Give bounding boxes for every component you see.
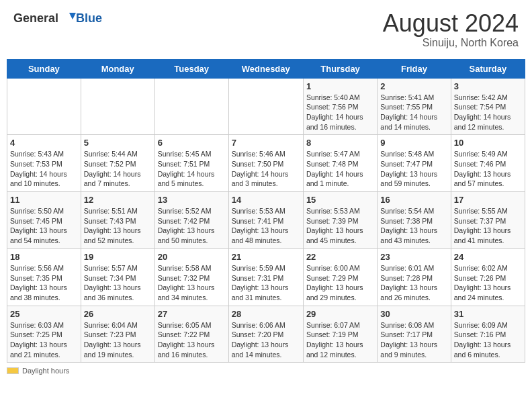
day-info: Sunrise: 6:03 AM Sunset: 7:25 PM Dayligh…	[10, 320, 78, 360]
day-info: Sunrise: 5:53 AM Sunset: 7:39 PM Dayligh…	[306, 206, 374, 246]
day-info: Sunrise: 5:52 AM Sunset: 7:42 PM Dayligh…	[158, 206, 226, 246]
day-info: Sunrise: 5:42 AM Sunset: 7:54 PM Dayligh…	[454, 93, 522, 132]
daylight-bar-icon	[7, 367, 19, 374]
calendar-week-row: 1Sunrise: 5:40 AM Sunset: 7:56 PM Daylig…	[7, 78, 525, 135]
calendar-body: 1Sunrise: 5:40 AM Sunset: 7:56 PM Daylig…	[7, 78, 525, 363]
day-info: Sunrise: 5:41 AM Sunset: 7:55 PM Dayligh…	[380, 93, 447, 132]
days-of-week-row: SundayMondayTuesdayWednesdayThursdayFrid…	[7, 59, 525, 78]
calendar-week-row: 25Sunrise: 6:03 AM Sunset: 7:25 PM Dayli…	[7, 306, 525, 363]
calendar-cell: 16Sunrise: 5:54 AM Sunset: 7:38 PM Dayli…	[378, 192, 451, 249]
day-info: Sunrise: 5:59 AM Sunset: 7:31 PM Dayligh…	[232, 263, 300, 303]
day-number: 21	[232, 252, 300, 262]
calendar-cell: 6Sunrise: 5:45 AM Sunset: 7:51 PM Daylig…	[154, 135, 228, 192]
day-number: 10	[454, 138, 522, 148]
day-info: Sunrise: 5:45 AM Sunset: 7:51 PM Dayligh…	[158, 149, 226, 189]
day-info: Sunrise: 5:44 AM Sunset: 7:52 PM Dayligh…	[84, 149, 152, 189]
calendar-week-row: 11Sunrise: 5:50 AM Sunset: 7:45 PM Dayli…	[7, 192, 525, 249]
day-info: Sunrise: 5:56 AM Sunset: 7:35 PM Dayligh…	[10, 263, 78, 303]
day-number: 19	[84, 252, 152, 262]
day-info: Sunrise: 6:08 AM Sunset: 7:17 PM Dayligh…	[380, 320, 447, 360]
calendar-cell: 8Sunrise: 5:47 AM Sunset: 7:48 PM Daylig…	[303, 135, 377, 192]
calendar-cell: 29Sunrise: 6:07 AM Sunset: 7:19 PM Dayli…	[303, 306, 377, 363]
day-number: 23	[380, 252, 447, 262]
day-info: Sunrise: 6:07 AM Sunset: 7:19 PM Dayligh…	[306, 320, 374, 360]
calendar-cell: 25Sunrise: 6:03 AM Sunset: 7:25 PM Dayli…	[7, 306, 81, 363]
calendar-cell: 30Sunrise: 6:08 AM Sunset: 7:17 PM Dayli…	[378, 306, 451, 363]
day-number: 12	[84, 195, 152, 205]
day-number: 22	[306, 252, 374, 262]
logo-general-text: General	[13, 11, 58, 26]
day-info: Sunrise: 6:09 AM Sunset: 7:16 PM Dayligh…	[454, 320, 522, 360]
calendar-cell	[154, 78, 228, 135]
day-number: 9	[380, 138, 447, 148]
day-number: 15	[306, 195, 374, 205]
day-number: 25	[10, 309, 78, 319]
calendar-cell: 18Sunrise: 5:56 AM Sunset: 7:35 PM Dayli…	[7, 248, 81, 306]
day-info: Sunrise: 5:43 AM Sunset: 7:53 PM Dayligh…	[10, 149, 78, 189]
calendar-cell: 20Sunrise: 5:58 AM Sunset: 7:32 PM Dayli…	[154, 248, 228, 306]
calendar-header: SundayMondayTuesdayWednesdayThursdayFrid…	[7, 59, 525, 78]
day-of-week-header: Thursday	[303, 59, 377, 78]
day-of-week-header: Friday	[378, 59, 451, 78]
calendar-cell	[81, 78, 154, 135]
calendar-cell: 5Sunrise: 5:44 AM Sunset: 7:52 PM Daylig…	[81, 135, 154, 192]
logo-icon	[60, 10, 76, 26]
day-number: 11	[10, 195, 78, 205]
day-number: 31	[454, 309, 522, 319]
day-number: 2	[380, 81, 447, 91]
day-info: Sunrise: 5:40 AM Sunset: 7:56 PM Dayligh…	[306, 93, 374, 132]
calendar-cell: 9Sunrise: 5:48 AM Sunset: 7:47 PM Daylig…	[378, 135, 451, 192]
calendar-cell: 19Sunrise: 5:57 AM Sunset: 7:34 PM Dayli…	[81, 248, 154, 306]
day-number: 26	[84, 309, 152, 319]
calendar-cell: 12Sunrise: 5:51 AM Sunset: 7:43 PM Dayli…	[81, 192, 154, 249]
calendar-cell: 28Sunrise: 6:06 AM Sunset: 7:20 PM Dayli…	[228, 306, 303, 363]
calendar-cell: 21Sunrise: 5:59 AM Sunset: 7:31 PM Dayli…	[228, 248, 303, 306]
day-of-week-header: Wednesday	[228, 59, 303, 78]
day-number: 20	[158, 252, 226, 262]
calendar-cell: 7Sunrise: 5:46 AM Sunset: 7:50 PM Daylig…	[228, 135, 303, 192]
calendar-cell: 3Sunrise: 5:42 AM Sunset: 7:54 PM Daylig…	[451, 78, 525, 135]
day-info: Sunrise: 6:06 AM Sunset: 7:20 PM Dayligh…	[232, 320, 300, 360]
day-info: Sunrise: 6:00 AM Sunset: 7:29 PM Dayligh…	[306, 263, 374, 303]
calendar-cell: 14Sunrise: 5:53 AM Sunset: 7:41 PM Dayli…	[228, 192, 303, 249]
calendar-cell	[7, 78, 81, 135]
calendar-week-row: 18Sunrise: 5:56 AM Sunset: 7:35 PM Dayli…	[7, 248, 525, 306]
calendar-cell: 15Sunrise: 5:53 AM Sunset: 7:39 PM Dayli…	[303, 192, 377, 249]
day-info: Sunrise: 6:04 AM Sunset: 7:23 PM Dayligh…	[84, 320, 152, 360]
day-info: Sunrise: 5:51 AM Sunset: 7:43 PM Dayligh…	[84, 206, 152, 246]
calendar-table: SundayMondayTuesdayWednesdayThursdayFrid…	[7, 59, 525, 363]
day-info: Sunrise: 5:48 AM Sunset: 7:47 PM Dayligh…	[380, 149, 447, 189]
day-info: Sunrise: 5:50 AM Sunset: 7:45 PM Dayligh…	[10, 206, 78, 246]
calendar-cell: 23Sunrise: 6:01 AM Sunset: 7:28 PM Dayli…	[378, 248, 451, 306]
day-info: Sunrise: 5:47 AM Sunset: 7:48 PM Dayligh…	[306, 149, 374, 189]
day-number: 13	[158, 195, 226, 205]
calendar-cell: 2Sunrise: 5:41 AM Sunset: 7:55 PM Daylig…	[378, 78, 451, 135]
day-number: 8	[306, 138, 374, 148]
day-number: 14	[232, 195, 300, 205]
calendar-cell	[228, 78, 303, 135]
day-of-week-header: Monday	[81, 59, 154, 78]
calendar-cell: 27Sunrise: 6:05 AM Sunset: 7:22 PM Dayli…	[154, 306, 228, 363]
calendar-cell: 11Sunrise: 5:50 AM Sunset: 7:45 PM Dayli…	[7, 192, 81, 249]
day-info: Sunrise: 6:01 AM Sunset: 7:28 PM Dayligh…	[380, 263, 447, 303]
day-of-week-header: Saturday	[451, 59, 525, 78]
day-number: 17	[454, 195, 522, 205]
day-info: Sunrise: 5:58 AM Sunset: 7:32 PM Dayligh…	[158, 263, 226, 303]
day-info: Sunrise: 5:53 AM Sunset: 7:41 PM Dayligh…	[232, 206, 300, 246]
page-header: General Blue August 2024 Sinuiju, North …	[7, 7, 525, 52]
svg-marker-0	[69, 13, 76, 19]
day-info: Sunrise: 5:57 AM Sunset: 7:34 PM Dayligh…	[84, 263, 152, 303]
calendar-cell: 1Sunrise: 5:40 AM Sunset: 7:56 PM Daylig…	[303, 78, 377, 135]
logo: General Blue	[13, 10, 102, 26]
calendar-cell: 13Sunrise: 5:52 AM Sunset: 7:42 PM Dayli…	[154, 192, 228, 249]
day-number: 6	[158, 138, 226, 148]
day-info: Sunrise: 5:46 AM Sunset: 7:50 PM Dayligh…	[232, 149, 300, 189]
day-number: 4	[10, 138, 78, 148]
day-number: 24	[454, 252, 522, 262]
day-of-week-header: Tuesday	[154, 59, 228, 78]
day-number: 5	[84, 138, 152, 148]
calendar-cell: 31Sunrise: 6:09 AM Sunset: 7:16 PM Dayli…	[451, 306, 525, 363]
day-number: 18	[10, 252, 78, 262]
day-info: Sunrise: 5:54 AM Sunset: 7:38 PM Dayligh…	[380, 206, 447, 246]
calendar-cell: 24Sunrise: 6:02 AM Sunset: 7:26 PM Dayli…	[451, 248, 525, 306]
